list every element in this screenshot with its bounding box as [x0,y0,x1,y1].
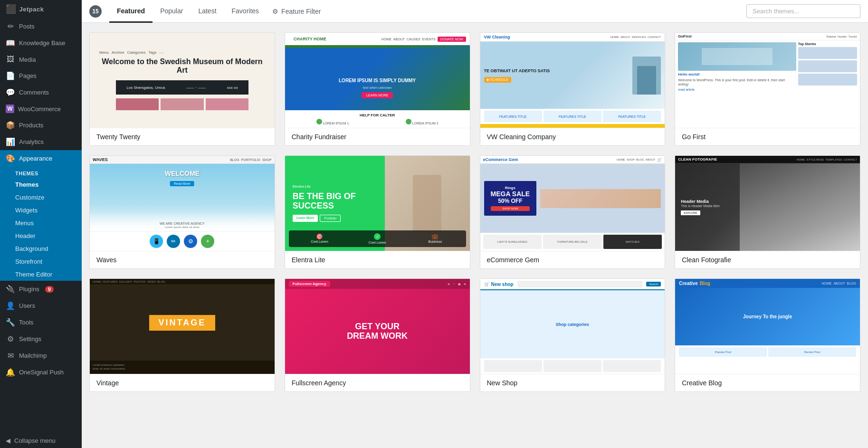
sidebar-item-pages[interactable]: 📄 Pages [0,67,82,84]
theme-search-box [746,4,860,18]
theme-card-vintage[interactable]: HOMEFEATURESGALLERYPHOTOSVIDEOBLOG VINTA… [89,278,275,392]
sidebar-item-onesignal[interactable]: 🔔 OneSignal Push [0,364,82,381]
sidebar-item-analytics[interactable]: 📊 Analytics [0,133,82,150]
collapse-menu-button[interactable]: ◀ Collapse menu [0,433,82,448]
theme-screenshot-vw-cleaning: VW Cleaning HOMEABOUTSERVICESCONTACT TE … [480,33,665,128]
sidebar-item-tools[interactable]: 🔧 Tools [0,314,82,331]
sidebar-item-posts[interactable]: ✏ Posts [0,18,82,35]
sidebar-item-plugins[interactable]: 🔌 Plugins 9 [0,281,82,297]
submenu-item-menus[interactable]: Menus [0,217,82,229]
tab-feature-filter[interactable]: ⚙ Feature Filter [267,1,326,22]
theme-screenshot-elentra-lite: Elentra Lite BE THE BIG OFSUCCESS Learn … [285,156,470,251]
theme-name-twenty-twenty: Twenty Twenty [90,128,275,145]
theme-card-creative-blog[interactable]: Creative Blog HOMEABOUTBLOG Journey To t… [675,278,860,392]
gear-icon: ⚙ [272,8,278,15]
theme-name-charity-fundraiser: Charity Fundraiser [285,128,470,145]
theme-screenshot-clean-fotografie: CLEAN FOTOGRAFIE HOMESTYLE BASETEMPLATES… [675,156,860,251]
theme-screenshot-ecommerce-gem: eCommerce Gem HOMESHOPBLOGABOUT 🛒 Rings … [480,156,665,251]
submenu-item-customize[interactable]: Customize [0,191,82,204]
plugins-badge: 9 [45,286,54,293]
sidebar-item-woocommerce[interactable]: W WooCommerce [0,101,82,117]
theme-screenshot-creative-blog: Creative Blog HOMEABOUTBLOG Journey To t… [675,279,860,374]
submenu-item-widgets[interactable]: Widgets [0,204,82,217]
theme-card-charity-fundraiser[interactable]: CHARITY HOME HOMEABOUTCAUSESEVENTS DONAT… [285,32,470,146]
products-icon: 📦 [6,121,15,130]
woocommerce-icon: W [6,105,14,113]
theme-card-go-first[interactable]: GoFirst SidebarHeaderTumblr Hello world!… [675,32,860,146]
theme-card-elentra-lite[interactable]: Elentra Lite BE THE BIG OFSUCCESS Learn … [285,155,470,269]
appearance-submenu: Themes Themes Customize Widgets Menus He… [0,167,82,281]
theme-name-vw-cleaning: VW Cleaning Company [480,128,665,145]
theme-screenshot-charity-fundraiser: CHARITY HOME HOMEABOUTCAUSESEVENTS DONAT… [285,33,470,128]
tab-featured[interactable]: Featured [109,0,153,23]
users-icon: 👤 [6,301,15,310]
theme-card-vw-cleaning[interactable]: VW Cleaning HOMEABOUTSERVICESCONTACT TE … [480,32,666,146]
plugins-icon: 🔌 [6,285,15,294]
theme-screenshot-twenty-twenty: MenuArchiveCategoriesTags ⋯ Welcome to t… [90,33,275,128]
sidebar: ⬛ Jetpack ✏ Posts 📖 Knowledge Base 🖼 Med… [0,0,82,448]
theme-name-elentra-lite: Elentra Lite [285,251,470,268]
theme-name-waves: Waves [90,251,275,268]
theme-name-new-shop: New Shop [480,374,665,391]
appearance-icon: 🎨 [6,154,15,163]
theme-name-vintage: Vintage [90,374,275,391]
theme-grid: MenuArchiveCategoriesTags ⋯ Welcome to t… [82,23,868,448]
knowledge-base-icon: 📖 [6,38,15,48]
tab-latest[interactable]: Latest [191,0,224,23]
tabbar: 15 Featured Popular Latest Favorites ⚙ F… [82,0,868,23]
theme-screenshot-waves: WAVES BLOGPORTFOLIOSHOP WELCOME Read Mor… [90,156,275,251]
onesignal-icon: 🔔 [6,368,15,377]
collapse-icon: ◀ [6,437,10,444]
main-content: 15 Featured Popular Latest Favorites ⚙ F… [82,0,868,448]
sidebar-brand: ⬛ Jetpack [0,0,82,18]
theme-card-clean-fotografie[interactable]: CLEAN FOTOGRAFIE HOMESTYLE BASETEMPLATES… [675,155,860,269]
theme-screenshot-vintage: HOMEFEATURESGALLERYPHOTOSVIDEOBLOG VINTA… [90,279,275,374]
tab-popular[interactable]: Popular [153,0,191,23]
tools-icon: 🔧 [6,318,15,327]
sidebar-item-users[interactable]: 👤 Users [0,297,82,314]
theme-card-fullscreen-agency[interactable]: Fullscreen Agency ⊕♡▣⊗ GET YOURDREAM WOR… [285,278,470,392]
pages-icon: 📄 [6,71,15,80]
theme-name-creative-blog: Creative Blog [675,374,860,391]
sidebar-item-mailchimp[interactable]: ✉ Mailchimp [0,347,82,364]
submenu-item-background[interactable]: Background [0,242,82,255]
submenu-item-themes[interactable]: Themes [0,178,82,191]
submenu-section-themes: Themes [0,167,82,178]
theme-card-twenty-twenty[interactable]: MenuArchiveCategoriesTags ⋯ Welcome to t… [89,32,275,146]
sidebar-item-media[interactable]: 🖼 Media [0,51,82,67]
theme-name-ecommerce-gem: eCommerce Gem [480,251,665,268]
analytics-icon: 📊 [6,137,15,146]
theme-name-clean-fotografie: Clean Fotografie [675,251,860,268]
theme-name-go-first: Go First [675,128,860,145]
theme-screenshot-fullscreen-agency: Fullscreen Agency ⊕♡▣⊗ GET YOURDREAM WOR… [285,279,470,374]
sidebar-item-appearance[interactable]: 🎨 Appearance [0,150,82,167]
theme-screenshot-go-first: GoFirst SidebarHeaderTumblr Hello world!… [675,33,860,128]
settings-icon: ⚙ [6,334,15,343]
theme-card-ecommerce-gem[interactable]: eCommerce Gem HOMESHOPBLOGABOUT 🛒 Rings … [480,155,666,269]
theme-card-waves[interactable]: WAVES BLOGPORTFOLIOSHOP WELCOME Read Mor… [89,155,275,269]
theme-screenshot-new-shop: 🛒 New shop Search Shop categories [480,279,665,374]
submenu-item-header[interactable]: Header [0,229,82,242]
sidebar-item-comments[interactable]: 💬 Comments [0,84,82,101]
theme-search-input[interactable] [746,4,860,18]
mailchimp-icon: ✉ [6,351,15,360]
theme-card-new-shop[interactable]: 🛒 New shop Search Shop categories [480,278,666,392]
media-icon: 🖼 [6,55,15,64]
theme-name-fullscreen-agency: Fullscreen Agency [285,374,470,391]
comments-icon: 💬 [6,88,15,97]
sidebar-item-settings[interactable]: ⚙ Settings [0,331,82,347]
submenu-item-storefront[interactable]: Storefront [0,255,82,268]
tab-favorites[interactable]: Favorites [224,0,267,23]
sidebar-item-products[interactable]: 📦 Products [0,117,82,133]
posts-icon: ✏ [6,22,15,31]
sidebar-item-knowledge-base[interactable]: 📖 Knowledge Base [0,35,82,51]
theme-count-badge: 15 [89,5,102,18]
submenu-item-theme-editor[interactable]: Theme Editor [0,268,82,281]
